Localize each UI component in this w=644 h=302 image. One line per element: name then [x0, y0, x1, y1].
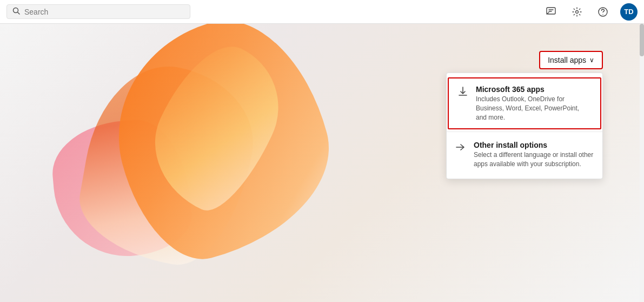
install-apps-dropdown: Microsoft 365 apps Includes Outlook, One…: [446, 73, 603, 179]
help-button[interactable]: [594, 3, 612, 21]
scrollbar-thumb[interactable]: [640, 24, 644, 56]
abstract-shape-container: [54, 24, 433, 302]
install-apps-chevron: ∨: [589, 56, 594, 64]
main-area: Install apps ∨ Microsoft 365 apps Includ…: [0, 24, 644, 302]
search-input[interactable]: [24, 8, 184, 16]
install-apps-label: Install apps: [548, 56, 586, 64]
other-item-title: Other install options: [474, 141, 594, 149]
search-icon: [12, 7, 20, 16]
svg-point-5: [576, 10, 579, 13]
header: TD: [0, 0, 644, 24]
svg-point-7: [602, 14, 603, 14]
avatar-button[interactable]: TD: [620, 3, 638, 21]
install-apps-button[interactable]: Install apps ∨: [539, 51, 603, 69]
feedback-button[interactable]: [542, 3, 560, 21]
settings-button[interactable]: [568, 3, 586, 21]
other-item-text: Other install options Select a different…: [474, 141, 594, 169]
m365-item-title: Microsoft 365 apps: [476, 85, 592, 94]
search-bar[interactable]: [6, 4, 190, 19]
m365-item-desc: Includes Outlook, OneDrive for Business,…: [476, 95, 592, 122]
scrollbar[interactable]: [640, 24, 644, 302]
other-item-desc: Select a different language or install o…: [474, 150, 594, 169]
header-icons: TD: [542, 3, 638, 21]
m365-item-text: Microsoft 365 apps Includes Outlook, One…: [476, 85, 592, 122]
feedback-icon: [546, 6, 556, 17]
settings-icon: [572, 6, 582, 17]
other-install-option[interactable]: Other install options Select a different…: [447, 134, 602, 175]
arrow-right-icon: [455, 142, 466, 155]
help-icon: [597, 6, 608, 17]
download-icon: [457, 86, 468, 100]
dropdown-divider: [447, 132, 602, 132]
m365-install-option[interactable]: Microsoft 365 apps Includes Outlook, One…: [448, 77, 601, 129]
avatar-initials: TD: [624, 8, 633, 16]
svg-line-1: [18, 12, 20, 15]
